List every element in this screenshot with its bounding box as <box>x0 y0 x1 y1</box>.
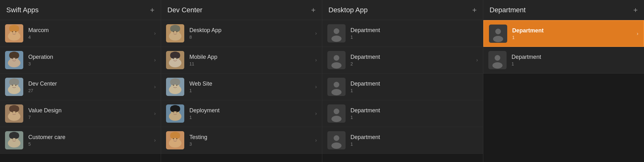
svg-point-31 <box>15 111 16 113</box>
list-item-desktop-app[interactable]: Desktop App8› <box>161 20 322 47</box>
item-text-deployment: Deployment1 <box>189 107 313 120</box>
svg-point-4 <box>9 25 14 32</box>
item-text-value-design: Value Design7 <box>28 107 152 120</box>
svg-point-96 <box>495 29 501 34</box>
item-count-dept-4: 1 <box>351 115 478 120</box>
item-count-testing: 3 <box>189 142 313 147</box>
list-item-marcom[interactable]: Marcom4› <box>0 20 161 47</box>
add-button-desktop-app[interactable]: + <box>472 6 477 14</box>
item-name-dev-center: Dev Center <box>28 81 152 87</box>
svg-point-94 <box>331 142 341 149</box>
column-items-department: Department1› Department1 <box>483 20 644 162</box>
avatar-web-site <box>166 78 184 96</box>
add-button-department[interactable]: + <box>633 6 638 14</box>
list-item-dept-3[interactable]: Department1 <box>322 74 483 100</box>
avatar-value-design <box>5 104 23 123</box>
list-item-dept-2[interactable]: Department2› <box>322 47 483 74</box>
list-item-dev-center[interactable]: Dev Center27› <box>0 74 161 100</box>
item-text-web-site: Web Site1 <box>189 81 313 93</box>
svg-point-68 <box>170 106 175 112</box>
list-item-value-design[interactable]: Value Design7› <box>0 100 161 127</box>
item-name-marcom: Marcom <box>28 27 152 34</box>
item-count-dept-b: 1 <box>512 61 639 66</box>
add-button-dev-center[interactable]: + <box>311 6 315 14</box>
list-item-dept-a[interactable]: Department1› <box>483 20 644 47</box>
svg-point-28 <box>9 106 14 112</box>
svg-point-54 <box>173 58 174 59</box>
chevron-icon-marcom: › <box>154 31 156 36</box>
chevron-icon-dept-2: › <box>476 57 478 63</box>
list-item-dept-4[interactable]: Department1 <box>322 100 483 127</box>
svg-point-84 <box>334 55 339 61</box>
svg-point-82 <box>331 36 341 42</box>
chevron-icon-deployment: › <box>315 111 317 116</box>
add-button-swift-apps[interactable]: + <box>150 6 154 14</box>
item-name-dept-a: Department <box>512 27 634 34</box>
list-item-customer-care[interactable]: Customer care5› <box>0 127 161 154</box>
list-item-deployment[interactable]: Deployment1› <box>161 100 322 127</box>
item-text-dept-1: Department1 <box>351 27 478 40</box>
item-count-marcom: 4 <box>28 35 152 40</box>
item-name-mobile-app: Mobile App <box>189 54 313 60</box>
chevron-icon-mobile-app: › <box>315 57 317 63</box>
item-count-operation: 3 <box>28 61 152 66</box>
item-name-dept-b: Department <box>512 54 639 60</box>
svg-point-62 <box>173 85 174 86</box>
column-desktop-app: Desktop App+ Department1 Department2› De… <box>322 0 483 162</box>
column-items-dev-center: Desktop App8› Mobile App11› Web Site1› D… <box>161 20 322 162</box>
chevron-icon-dept-a: › <box>637 31 638 36</box>
item-text-mobile-app: Mobile App11 <box>189 54 313 66</box>
svg-point-44 <box>170 25 175 32</box>
svg-point-77 <box>175 132 180 139</box>
column-title-swift-apps: Swift Apps <box>6 6 39 14</box>
chevron-icon-testing: › <box>315 137 317 143</box>
item-text-marcom: Marcom4 <box>28 27 152 40</box>
avatar-marcom <box>5 24 23 42</box>
chevron-icon-desktop-app: › <box>315 31 317 36</box>
svg-point-97 <box>493 36 503 42</box>
list-item-mobile-app[interactable]: Mobile App11› <box>161 47 322 74</box>
item-count-mobile-app: 11 <box>189 61 313 66</box>
item-text-desktop-app: Desktop App8 <box>189 27 313 40</box>
svg-point-21 <box>14 79 19 85</box>
item-count-dept-3: 1 <box>351 88 478 93</box>
svg-point-63 <box>176 85 177 86</box>
item-name-operation: Operation <box>28 54 152 60</box>
item-text-dept-2: Department2 <box>351 54 474 66</box>
main-container: Swift Apps+ Marcom4› Operation3› Dev Cen… <box>0 0 644 162</box>
item-count-dept-1: 1 <box>351 35 478 40</box>
svg-point-100 <box>492 62 502 69</box>
list-item-web-site[interactable]: Web Site1› <box>161 74 322 100</box>
list-item-testing[interactable]: Testing3› <box>161 127 322 154</box>
svg-point-7 <box>15 31 16 32</box>
svg-point-88 <box>331 89 341 95</box>
avatar-dept-3 <box>327 78 346 96</box>
svg-point-22 <box>12 85 13 86</box>
column-swift-apps: Swift Apps+ Marcom4› Operation3› Dev Cen… <box>0 0 161 162</box>
list-item-operation[interactable]: Operation3› <box>0 47 161 74</box>
item-text-customer-care: Customer care5 <box>28 134 152 147</box>
svg-point-14 <box>12 58 13 59</box>
column-department: Department+ Department1› Department1 <box>483 0 644 162</box>
item-name-dept-2: Department <box>351 54 474 60</box>
chevron-icon-operation: › <box>154 57 156 63</box>
avatar-dept-b <box>488 51 507 69</box>
svg-point-76 <box>170 132 175 139</box>
svg-point-45 <box>175 25 180 32</box>
avatar-customer-care <box>5 131 23 149</box>
item-name-dept-5: Department <box>351 134 478 141</box>
item-count-web-site: 1 <box>189 88 313 93</box>
svg-point-55 <box>176 58 177 59</box>
svg-point-69 <box>175 106 180 112</box>
list-item-dept-b[interactable]: Department1 <box>483 47 644 74</box>
list-item-dept-1[interactable]: Department1 <box>322 20 483 47</box>
column-header-desktop-app: Desktop App+ <box>322 0 483 20</box>
list-item-dept-5[interactable]: Department1 <box>322 127 483 154</box>
avatar-mobile-app <box>166 51 184 69</box>
svg-point-81 <box>334 28 339 34</box>
item-name-web-site: Web Site <box>189 81 313 87</box>
column-header-dev-center: Dev Center+ <box>161 0 322 20</box>
chevron-icon-web-site: › <box>315 84 317 90</box>
item-text-dev-center: Dev Center27 <box>28 81 152 93</box>
column-title-dev-center: Dev Center <box>167 6 202 14</box>
